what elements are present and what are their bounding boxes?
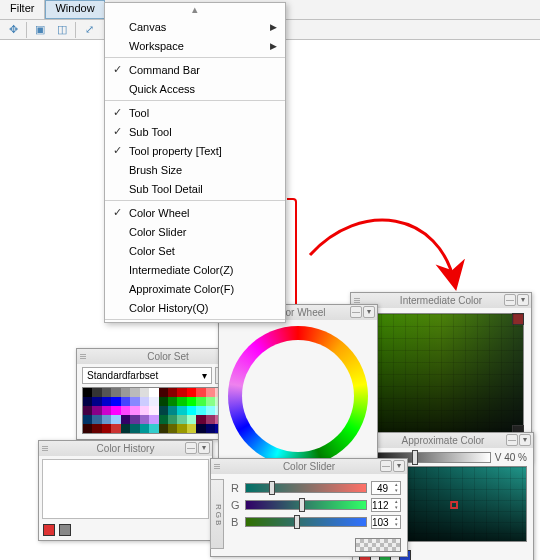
panel-title[interactable]: Intermediate Color —▾: [351, 293, 531, 308]
intermediate-grid[interactable]: [356, 313, 524, 437]
minimize-button[interactable]: —: [506, 434, 518, 446]
swatch[interactable]: [187, 397, 196, 406]
swatch[interactable]: [159, 424, 168, 433]
swatch[interactable]: [102, 397, 111, 406]
options-button[interactable]: ▾: [519, 434, 531, 446]
swatch[interactable]: [187, 406, 196, 415]
swatch[interactable]: [111, 397, 120, 406]
swatch[interactable]: [121, 424, 130, 433]
swatch[interactable]: [168, 415, 177, 424]
swatch[interactable]: [121, 388, 130, 397]
panel-title[interactable]: Color History —▾: [39, 441, 212, 456]
minimize-button[interactable]: —: [380, 460, 392, 472]
swatch[interactable]: [206, 424, 215, 433]
menu-brush-size[interactable]: Brush Size: [105, 160, 285, 179]
swatch[interactable]: [177, 424, 186, 433]
history-area[interactable]: [42, 459, 209, 519]
swatch[interactable]: [177, 388, 186, 397]
swatch[interactable]: [140, 424, 149, 433]
swatch[interactable]: [149, 415, 158, 424]
swatch[interactable]: [83, 397, 92, 406]
swatch[interactable]: [187, 415, 196, 424]
swatch[interactable]: [102, 424, 111, 433]
menu-approximate-color[interactable]: Approximate Color(F): [105, 279, 285, 298]
menu-intermediate-color[interactable]: Intermediate Color(Z): [105, 260, 285, 279]
swatch[interactable]: [187, 424, 196, 433]
swatch[interactable]: [140, 397, 149, 406]
panel-title[interactable]: Approximate Color —▾: [353, 433, 533, 448]
swatch[interactable]: [206, 415, 215, 424]
swatch[interactable]: [92, 415, 101, 424]
menu-tool-property[interactable]: ✓Tool property [Text]: [105, 141, 285, 160]
b-slider[interactable]: [245, 517, 367, 527]
swatch[interactable]: [130, 424, 139, 433]
color-history-panel[interactable]: Color History —▾: [38, 440, 213, 541]
options-button[interactable]: ▾: [393, 460, 405, 472]
swatch[interactable]: [130, 415, 139, 424]
r-value[interactable]: 49▴▾: [371, 481, 401, 495]
swatch[interactable]: [149, 424, 158, 433]
swatch[interactable]: [159, 388, 168, 397]
menu-color-slider[interactable]: Color Slider: [105, 222, 285, 241]
menu-quick-access[interactable]: Quick Access: [105, 79, 285, 98]
g-slider[interactable]: [245, 500, 367, 510]
swatch[interactable]: [102, 406, 111, 415]
swatch[interactable]: [159, 397, 168, 406]
grip-icon[interactable]: [214, 464, 220, 470]
swatch[interactable]: [121, 415, 130, 424]
swatch[interactable]: [168, 424, 177, 433]
foreground-swatch[interactable]: [43, 524, 55, 536]
menu-tool[interactable]: ✓Tool: [105, 103, 285, 122]
swatch[interactable]: [130, 388, 139, 397]
crop-alt-icon[interactable]: ◫: [51, 21, 73, 39]
swatch[interactable]: [196, 415, 205, 424]
color-wheel[interactable]: [228, 326, 368, 466]
menu-sub-tool[interactable]: ✓Sub Tool: [105, 122, 285, 141]
swatch[interactable]: [140, 388, 149, 397]
swatch[interactable]: [206, 406, 215, 415]
menu-workspace[interactable]: Workspace▶: [105, 36, 285, 55]
swatch[interactable]: [168, 388, 177, 397]
menu-window[interactable]: Window: [45, 0, 104, 19]
panel-title[interactable]: Color Slider —▾: [211, 459, 407, 474]
color-set-select[interactable]: Standardfarbset▾: [82, 367, 212, 384]
swatch[interactable]: [168, 397, 177, 406]
swatch[interactable]: [102, 415, 111, 424]
b-value[interactable]: 103▴▾: [371, 515, 401, 529]
swatch[interactable]: [121, 406, 130, 415]
swatch[interactable]: [83, 406, 92, 415]
swatch[interactable]: [206, 388, 215, 397]
swatch[interactable]: [92, 397, 101, 406]
swatch[interactable]: [102, 388, 111, 397]
menu-canvas[interactable]: Canvas▶: [105, 17, 285, 36]
arrows-icon[interactable]: ✥: [2, 21, 24, 39]
options-button[interactable]: ▾: [363, 306, 375, 318]
swatch[interactable]: [130, 406, 139, 415]
swatch[interactable]: [196, 397, 205, 406]
swatch[interactable]: [140, 406, 149, 415]
minimize-button[interactable]: —: [185, 442, 197, 454]
swatch[interactable]: [149, 388, 158, 397]
menu-color-wheel[interactable]: ✓Color Wheel: [105, 203, 285, 222]
background-swatch[interactable]: [59, 524, 71, 536]
swatch[interactable]: [121, 397, 130, 406]
mode-tab[interactable]: RGB: [210, 479, 224, 549]
swatch[interactable]: [168, 406, 177, 415]
menu-command-bar[interactable]: ✓Command Bar: [105, 60, 285, 79]
grip-icon[interactable]: [42, 446, 48, 452]
swatch[interactable]: [92, 406, 101, 415]
grip-icon[interactable]: [80, 354, 86, 360]
menu-filter[interactable]: Filter: [0, 0, 45, 19]
menu-color-set[interactable]: Color Set: [105, 241, 285, 260]
crop-icon[interactable]: ▣: [29, 21, 51, 39]
swatch[interactable]: [130, 397, 139, 406]
menu-sub-tool-detail[interactable]: Sub Tool Detail: [105, 179, 285, 198]
options-button[interactable]: ▾: [198, 442, 210, 454]
swatch[interactable]: [159, 415, 168, 424]
swatch[interactable]: [187, 388, 196, 397]
swatch[interactable]: [83, 388, 92, 397]
swatch[interactable]: [177, 406, 186, 415]
swatch[interactable]: [111, 406, 120, 415]
swatch[interactable]: [92, 424, 101, 433]
minimize-button[interactable]: —: [350, 306, 362, 318]
